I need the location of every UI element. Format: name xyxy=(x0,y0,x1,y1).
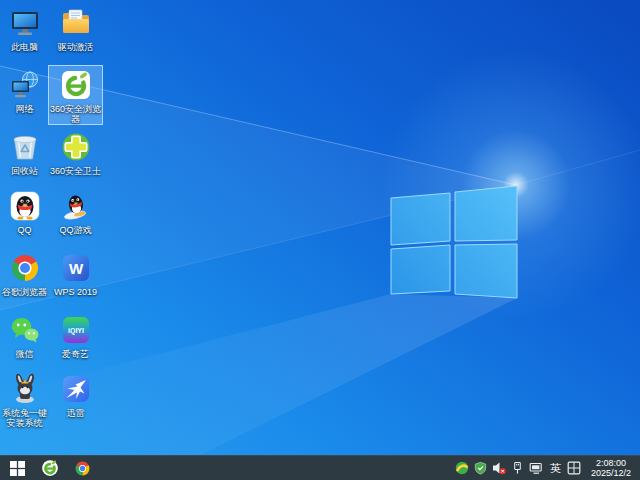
desktop-icon-label: QQ xyxy=(17,225,31,235)
this-pc-icon xyxy=(9,7,41,39)
chrome-icon xyxy=(9,252,41,284)
ime-grid-icon[interactable] xyxy=(567,456,581,480)
desktop-icon-label: 迅雷 xyxy=(67,408,85,418)
folder-documents-icon xyxy=(60,7,92,39)
360-browser-icon xyxy=(60,69,92,101)
desktop-icon-this-pc[interactable]: 此电脑 xyxy=(1,3,48,53)
network-status-icon[interactable] xyxy=(529,456,544,480)
network-icon xyxy=(9,69,41,101)
taskbar-clock[interactable]: 2:08:00 2025/12/2 xyxy=(586,458,636,479)
rabbit-mascot-icon xyxy=(9,373,41,405)
desktop-icon-wps[interactable]: W WPS 2019 xyxy=(48,248,103,298)
taskbar-chrome-button[interactable] xyxy=(66,456,98,480)
desktop-icon-label: 驱动激活 xyxy=(58,42,94,52)
language-indicator[interactable]: 英 xyxy=(549,456,562,480)
desktop-icon-label: QQ游戏 xyxy=(59,225,91,235)
clock-time: 2:08:00 xyxy=(596,458,626,468)
desktop-icon-qq-games[interactable]: QQ游戏 xyxy=(48,186,103,236)
desktop-icon-iqiyi[interactable]: iQIYI 爱奇艺 xyxy=(48,310,103,360)
security-shield-icon[interactable] xyxy=(474,456,487,480)
iqiyi-icon: iQIYI xyxy=(60,314,92,346)
qq-games-icon xyxy=(60,190,92,222)
desktop-icon-chrome[interactable]: 谷歌浏览器 xyxy=(1,248,48,298)
desktop-icon-network[interactable]: 网络 xyxy=(1,65,48,115)
start-button[interactable] xyxy=(0,456,34,480)
svg-text:iQIYI: iQIYI xyxy=(68,327,84,335)
360-browser-icon xyxy=(41,459,59,477)
volume-muted-icon[interactable] xyxy=(492,456,506,480)
desktop-icon-label: 360安全浏览器 xyxy=(49,104,102,124)
system-tray: 英 2:08:00 2025/12/2 xyxy=(455,456,640,480)
taskbar-360-browser-button[interactable] xyxy=(34,456,66,480)
desktop-icon-label: 微信 xyxy=(16,349,34,359)
desktop-icon-wechat[interactable]: 微信 xyxy=(1,310,48,360)
chrome-icon xyxy=(74,460,91,477)
taskbar: 英 2:08:00 2025/12/2 xyxy=(0,455,640,480)
wechat-icon xyxy=(9,314,41,346)
desktop-icon-system-rabbit-installer[interactable]: 系统兔一键安装系统 xyxy=(1,369,48,429)
desktop-icon-qq[interactable]: QQ xyxy=(1,186,48,236)
desktop-icon-label: 爱奇艺 xyxy=(62,349,89,359)
desktop-icon-label: 谷歌浏览器 xyxy=(2,287,47,297)
desktop-icon-360-safe-browser[interactable]: 360安全浏览器 xyxy=(48,65,103,125)
desktop-icon-label: 此电脑 xyxy=(11,42,38,52)
usb-device-icon[interactable] xyxy=(511,456,524,480)
desktop-icon-recycle-bin[interactable]: 回收站 xyxy=(1,127,48,177)
desktop-icon-label: WPS 2019 xyxy=(54,287,97,297)
clock-date: 2025/12/2 xyxy=(591,468,631,478)
desktop-icon-label: 360安全卫士 xyxy=(50,166,101,176)
desktop-icon-label: 系统兔一键安装系统 xyxy=(2,408,47,428)
thunder-bird-icon xyxy=(60,373,92,405)
svg-text:W: W xyxy=(68,260,83,277)
qq-icon xyxy=(9,190,41,222)
desktop-icon-driver-activate[interactable]: 驱动激活 xyxy=(48,3,103,53)
desktop-icon-label: 回收站 xyxy=(11,166,38,176)
360-tray-icon[interactable] xyxy=(455,456,469,480)
desktop-icon-thunder[interactable]: 迅雷 xyxy=(48,369,103,419)
desktop-icon-label: 网络 xyxy=(16,104,34,114)
recycle-bin-icon xyxy=(9,131,41,163)
360-safeguard-icon xyxy=(60,131,92,163)
wps-icon: W xyxy=(60,252,92,284)
desktop-icon-360-safeguard[interactable]: 360安全卫士 xyxy=(48,127,103,177)
windows-start-icon xyxy=(10,461,25,476)
